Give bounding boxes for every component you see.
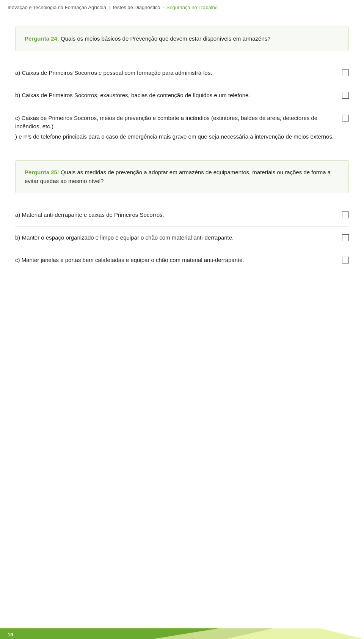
question-25-text: Quais as medidas de prevenção a adoptar … <box>25 169 331 184</box>
answer-25-c: c) Manter janelas e portas bem calafetad… <box>15 249 349 271</box>
answer-24-c-text2: ) e nºs de telefone principais para o ca… <box>15 133 334 141</box>
bottom-bar: 10 <box>0 628 364 639</box>
answer-25-b-text: b) Manter o espaço organizado e limpo e … <box>15 234 342 242</box>
answer-25-b: b) Manter o espaço organizado e limpo e … <box>15 227 349 249</box>
question-25-block: Pergunta 25: Quais as medidas de prevenç… <box>15 160 349 193</box>
answer-24-b-text: b) Caixas de Primeiros Socorros, exausto… <box>15 91 342 100</box>
checkbox-24-c[interactable] <box>342 115 349 121</box>
checkbox-25-a[interactable] <box>342 211 349 218</box>
breadcrumb-separator1: | <box>108 5 110 10</box>
checkbox-25-b[interactable] <box>342 234 349 241</box>
breadcrumb-part2: Testes de Diagnóstico <box>112 5 160 10</box>
answer-25-a-text: a) Material anti-derrapante e caixas de … <box>15 211 342 219</box>
checkbox-25-c[interactable] <box>342 257 349 263</box>
question-25-title: Pergunta 25: Quais as medidas de prevenç… <box>25 168 339 185</box>
question-24-title: Pergunta 24: Quais os meios básicos de P… <box>25 35 339 43</box>
question-24-label: Pergunta 24: <box>25 35 59 42</box>
breadcrumb: Inovação e Tecnologia na Formação Agríco… <box>0 0 364 15</box>
page-number: 10 <box>8 632 13 637</box>
answer-24-c-text1: c) Caixas de Primeiros Socorros, meios d… <box>15 114 334 131</box>
answer-24-a-text: a) Caixas de Primeiros Socorros e pessoa… <box>15 69 342 77</box>
answer-24-b: b) Caixas de Primeiros Socorros, exausto… <box>15 84 349 107</box>
answer-25-c-text: c) Manter janelas e portas bem calafetad… <box>15 256 342 265</box>
answer-24-a: a) Caixas de Primeiros Socorros e pessoa… <box>15 62 349 85</box>
answer-25-a: a) Material anti-derrapante e caixas de … <box>15 204 349 227</box>
question-24-text: Quais os meios básicos de Prevenção que … <box>59 35 271 42</box>
question-24-block: Pergunta 24: Quais os meios básicos de P… <box>15 27 349 51</box>
breadcrumb-part1: Inovação e Tecnologia na Formação Agríco… <box>8 5 106 10</box>
main-content: Pergunta 24: Quais os meios básicos de P… <box>0 15 364 302</box>
breadcrumb-link[interactable]: Segurança no Trabalho <box>166 5 218 10</box>
question-25-label: Pergunta 25: <box>25 169 59 175</box>
checkbox-24-b[interactable] <box>342 92 349 99</box>
checkbox-24-a[interactable] <box>342 69 349 76</box>
breadcrumb-separator2: - <box>163 5 164 10</box>
answer-24-c: c) Caixas de Primeiros Socorros, meios d… <box>15 107 349 148</box>
